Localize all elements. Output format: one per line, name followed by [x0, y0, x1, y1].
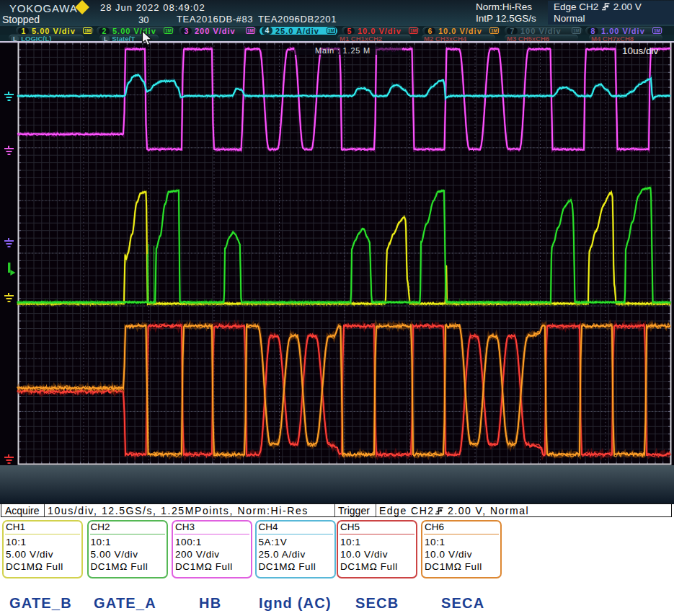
svg-text:Main : 1.25 M: Main : 1.25 M [315, 46, 371, 55]
svg-text:10us/div: 10us/div [622, 45, 659, 56]
